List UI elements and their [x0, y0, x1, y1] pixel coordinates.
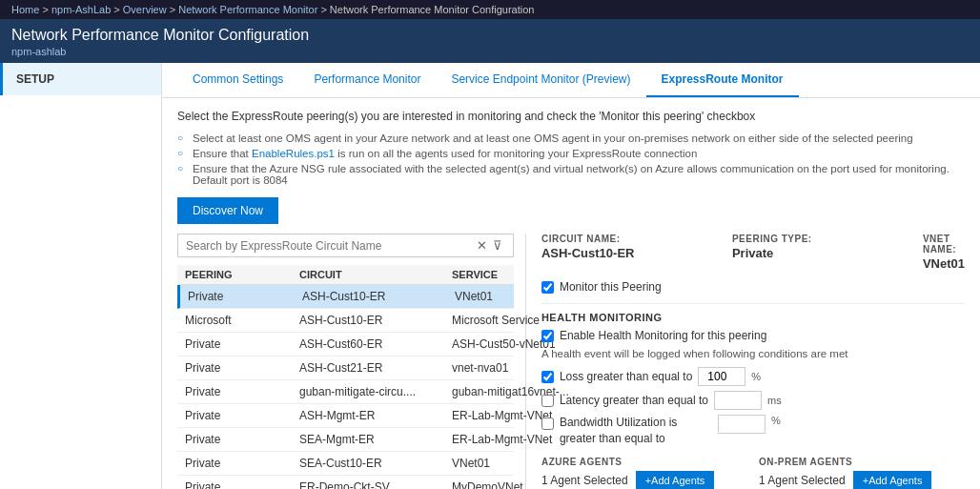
condition-loss-input[interactable]: [698, 367, 745, 386]
sidebar: SETUP: [0, 63, 162, 489]
table-row[interactable]: Microsoft ASH-Cust10-ER Microsoft Servic…: [177, 309, 514, 333]
search-clear-button[interactable]: ✕: [474, 238, 490, 253]
table-row[interactable]: Private ASH-Cust10-ER VNet01: [177, 285, 514, 309]
page-title: Network Performance Monitor Configuratio…: [11, 27, 969, 44]
azure-agents-row: 1 Agent Selected +Add Agents: [541, 471, 747, 489]
table-row[interactable]: Private SEA-Cust10-ER VNet01: [177, 452, 514, 476]
condition-bandwidth-checkbox[interactable]: [541, 418, 554, 430]
cell-circuit: guban-mitigate-circu....: [299, 385, 452, 398]
info-bullet-2: Ensure that the Azure NSG rule associate…: [177, 161, 965, 188]
table-row[interactable]: Private ASH-Mgmt-ER ER-Lab-Mgmt-VNet: [177, 404, 514, 428]
peering-type-value: Private: [732, 246, 923, 260]
search-input[interactable]: [186, 239, 474, 253]
peering-type-col: PEERING TYPE: Private: [732, 234, 923, 271]
monitor-peering-checkbox[interactable]: [541, 281, 554, 294]
cell-circuit: ASH-Cust21-ER: [299, 361, 452, 375]
table-row[interactable]: Private ER-Demo-Ckt-SV MyDemoVNet: [177, 476, 514, 489]
azure-agents-label: AZURE AGENTS: [541, 457, 747, 467]
condition-loss-checkbox[interactable]: [541, 371, 554, 383]
circuit-name-col: CIRCUIT NAME: ASH-Cust10-ER: [541, 234, 732, 271]
condition-latency-input[interactable]: [714, 391, 762, 410]
vnet-name-col: VNET NAME: VNet01: [923, 234, 965, 271]
tab-common-settings[interactable]: Common Settings: [177, 63, 298, 97]
table-row[interactable]: Private ASH-Cust21-ER vnet-nva01: [177, 357, 514, 380]
health-desc: A health event will be logged when follo…: [541, 348, 965, 359]
breadcrumb: Home > npm-AshLab > Overview > Network P…: [0, 0, 980, 19]
col-circuit: CIRCUIT: [299, 269, 452, 280]
condition-loss-row: Loss greater than equal to %: [541, 367, 965, 386]
enable-health-label: Enable Health Monitoring for this peerin…: [560, 329, 766, 342]
condition-loss-label: Loss greater than equal to: [560, 370, 692, 383]
col-peering: PEERING: [185, 269, 299, 280]
cell-peering: Private: [185, 409, 299, 422]
info-list: Select at least one OMS agent in your Az…: [177, 131, 965, 188]
monitor-peering-row: Monitor this Peering: [541, 280, 965, 294]
info-bullet-1: Ensure that EnableRules.ps1 is run on al…: [177, 146, 965, 161]
breadcrumb-npm[interactable]: Network Performance Monitor: [178, 4, 317, 15]
enable-health-checkbox[interactable]: [541, 330, 554, 342]
tab-bar: Common Settings Performance Monitor Serv…: [162, 63, 980, 98]
peering-type-label: PEERING TYPE:: [732, 234, 923, 244]
cell-peering: Private: [185, 385, 299, 398]
page-subtitle: npm-ashlab: [11, 46, 969, 57]
table-row[interactable]: Private SEA-Mgmt-ER ER-Lab-Mgmt-VNet: [177, 428, 514, 452]
discover-now-button[interactable]: Discover Now: [177, 197, 278, 224]
condition-latency-label: Latency greater than equal to: [560, 394, 708, 407]
cell-peering: Private: [185, 337, 299, 351]
breadcrumb-current: Network Performance Monitor Configuratio…: [330, 4, 535, 15]
vnet-name-label: VNET NAME:: [923, 234, 965, 255]
monitor-peering-label: Monitor this Peering: [560, 280, 662, 294]
cell-peering: Private: [185, 480, 299, 489]
search-bar: ✕ ⊽: [177, 234, 514, 257]
cell-circuit: ER-Demo-Ckt-SV: [299, 480, 452, 489]
table-header: PEERING CIRCUIT SERVICE: [177, 265, 514, 285]
right-panel: CIRCUIT NAME: ASH-Cust10-ER PEERING TYPE…: [526, 234, 965, 489]
tab-performance-monitor[interactable]: Performance Monitor: [298, 63, 436, 97]
detail-header: CIRCUIT NAME: ASH-Cust10-ER PEERING TYPE…: [541, 234, 965, 271]
cell-circuit: ASH-Cust60-ER: [299, 337, 452, 351]
main-layout: SETUP Common Settings Performance Monito…: [0, 63, 980, 489]
two-panel: ✕ ⊽ PEERING CIRCUIT SERVICE Private ASH-…: [177, 234, 965, 489]
onprem-agents-label: ON-PREM AGENTS: [759, 457, 965, 467]
cell-peering: Microsoft: [185, 314, 299, 327]
tab-service-endpoint[interactable]: Service Endpoint Monitor (Preview): [436, 63, 645, 97]
cell-peering: Private: [185, 361, 299, 375]
breadcrumb-lab[interactable]: npm-AshLab: [51, 4, 111, 15]
cell-circuit: SEA-Cust10-ER: [299, 457, 452, 470]
breadcrumb-overview[interactable]: Overview: [123, 4, 167, 15]
condition-bandwidth-row: Bandwidth Utilization is greater than eq…: [541, 415, 965, 447]
vnet-name-value: VNet01: [923, 256, 965, 271]
breadcrumb-home[interactable]: Home: [11, 4, 39, 15]
enable-health-row: Enable Health Monitoring for this peerin…: [541, 329, 965, 342]
search-filter-button[interactable]: ⊽: [490, 238, 505, 253]
circuit-name-label: CIRCUIT NAME:: [541, 234, 732, 244]
content-area: Common Settings Performance Monitor Serv…: [162, 63, 980, 489]
table-row[interactable]: Private guban-mitigate-circu.... guban-m…: [177, 380, 514, 404]
condition-bandwidth-input[interactable]: [718, 415, 766, 434]
cell-peering: Private: [185, 433, 299, 446]
onprem-agent-count: 1 Agent Selected: [759, 474, 846, 487]
cell-circuit: ASH-Cust10-ER: [299, 314, 452, 327]
cell-peering: Private: [188, 290, 302, 303]
condition-bandwidth-unit: %: [771, 415, 781, 426]
condition-latency-unit: ms: [767, 395, 782, 406]
circuit-name-value: ASH-Cust10-ER: [541, 246, 732, 260]
info-bullet-0: Select at least one OMS agent in your Az…: [177, 131, 965, 146]
azure-agents-group: AZURE AGENTS 1 Agent Selected +Add Agent…: [541, 457, 747, 489]
agents-section: AZURE AGENTS 1 Agent Selected +Add Agent…: [541, 457, 965, 489]
azure-add-agents-button[interactable]: +Add Agents: [636, 471, 715, 489]
tab-content: Select the ExpressRoute peering(s) you a…: [162, 98, 980, 489]
title-bar: Network Performance Monitor Configuratio…: [0, 19, 980, 63]
onprem-agents-row: 1 Agent Selected +Add Agents: [759, 471, 965, 489]
intro-text: Select the ExpressRoute peering(s) you a…: [177, 110, 965, 123]
cell-circuit: ASH-Cust10-ER: [302, 290, 455, 303]
table-row[interactable]: Private ASH-Cust60-ER ASH-Cust50-vNet01: [177, 333, 514, 357]
tab-expressroute-monitor[interactable]: ExpressRoute Monitor: [646, 63, 799, 97]
onprem-add-agents-button[interactable]: +Add Agents: [853, 471, 932, 489]
condition-loss-unit: %: [751, 371, 761, 382]
sidebar-item-setup[interactable]: SETUP: [0, 63, 161, 95]
enablerules-link-1[interactable]: EnableRules.ps1: [252, 148, 335, 159]
health-monitoring-title: HEALTH MONITORING: [541, 303, 965, 323]
condition-latency-checkbox[interactable]: [541, 395, 554, 407]
condition-latency-row: Latency greater than equal to ms: [541, 391, 965, 410]
